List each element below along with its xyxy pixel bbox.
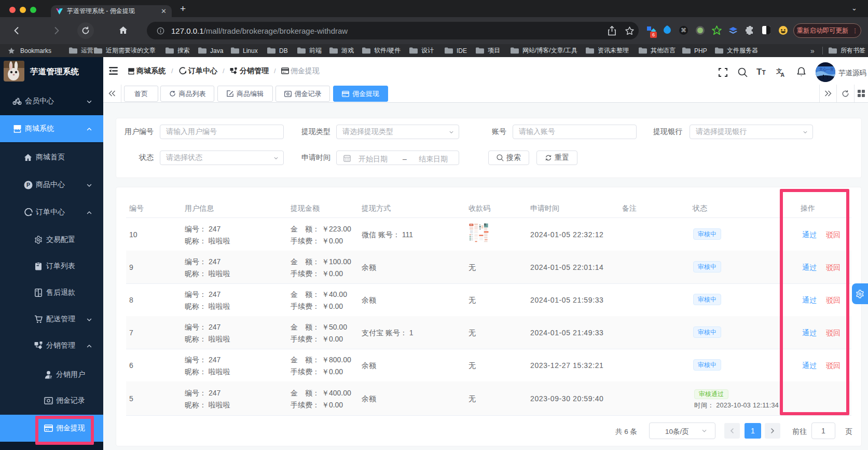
svg-text:文心一言: 文心一言 bbox=[819, 67, 834, 72]
svg-text:P: P bbox=[26, 182, 30, 188]
svg-text:A: A bbox=[781, 72, 785, 77]
